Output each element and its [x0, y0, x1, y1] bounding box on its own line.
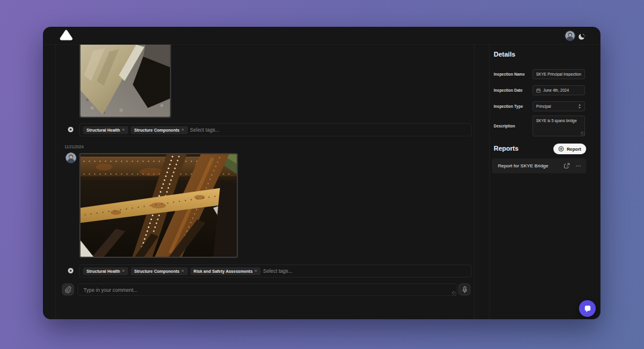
post-author-avatar[interactable]: [66, 152, 76, 163]
tag-chip[interactable]: Risk and Safety Assessments ×: [190, 267, 261, 275]
theme-toggle-moon-icon[interactable]: [578, 32, 586, 40]
inspection-type-select[interactable]: Principal: [532, 101, 585, 111]
create-report-label: Report: [566, 147, 581, 152]
post-select-radio-icon[interactable]: [68, 127, 73, 132]
calendar-icon: [536, 88, 541, 93]
tag-label: Structural Health: [86, 269, 120, 273]
remove-tag-icon[interactable]: ×: [181, 269, 184, 273]
select-spinner-icon: [578, 104, 581, 109]
post-photo-concrete-abutment[interactable]: [79, 45, 171, 118]
tag-label: Structural Health: [86, 128, 120, 132]
microphone-icon: [462, 286, 468, 294]
create-report-button[interactable]: Report: [553, 144, 586, 154]
inspection-name-input[interactable]: [536, 72, 581, 76]
tag-chip[interactable]: Structural Health ×: [83, 267, 128, 275]
desktop-background: Structural Health × Structure Components…: [0, 0, 644, 349]
description-field[interactable]: SKYE is 5 spans bridge: [532, 116, 585, 136]
app-logo-icon[interactable]: [60, 30, 73, 41]
attach-file-button[interactable]: [62, 283, 74, 295]
comment-input[interactable]: [78, 283, 457, 296]
description-resize-handle[interactable]: [581, 132, 585, 136]
inspection-type-label: Inspection Type: [494, 101, 531, 111]
remove-tag-icon[interactable]: ×: [255, 269, 258, 273]
tag-select-input[interactable]: [190, 127, 468, 133]
post-timestamp: 11/21/2024: [64, 145, 83, 149]
voice-record-button[interactable]: [459, 283, 470, 295]
sidebar-divider: [489, 45, 490, 319]
app-header: [43, 27, 600, 45]
feed-left-divider: [55, 45, 56, 319]
chat-bubble-icon: [583, 304, 592, 313]
tag-row: Structural Health × Structure Components…: [79, 264, 472, 278]
feed-right-divider: [474, 45, 475, 319]
tag-chip[interactable]: Structure Components ×: [131, 126, 188, 134]
comment-resize-handle[interactable]: [452, 291, 456, 295]
app-window: Structural Health × Structure Components…: [43, 27, 600, 319]
open-report-external-link-icon[interactable]: [564, 163, 570, 169]
inspection-date-value: June 4th, 2024: [543, 88, 569, 92]
tag-select-input[interactable]: [263, 268, 468, 274]
tag-chip[interactable]: Structure Components ×: [131, 267, 188, 275]
plus-circle-icon: [558, 146, 564, 152]
post-photo-steel-girders[interactable]: [79, 153, 238, 258]
inspection-name-label: Inspection Name: [494, 69, 531, 79]
tag-row: Structural Health × Structure Components…: [79, 123, 472, 136]
remove-tag-icon[interactable]: ×: [122, 128, 125, 132]
report-more-options-icon[interactable]: ⋯: [575, 164, 581, 169]
remove-tag-icon[interactable]: ×: [181, 128, 184, 132]
paperclip-icon: [64, 286, 72, 293]
reports-title: Reports: [494, 145, 519, 152]
inspection-type-value: Principal: [536, 104, 551, 108]
details-title: Details: [494, 51, 515, 58]
description-textarea[interactable]: SKYE is 5 spans bridge: [536, 119, 581, 134]
chat-assistant-button[interactable]: [579, 300, 596, 317]
tag-label: Risk and Safety Assessments: [194, 269, 253, 273]
tag-chip[interactable]: Structural Health ×: [83, 126, 128, 134]
inspection-date-field[interactable]: June 4th, 2024: [532, 85, 585, 95]
user-avatar[interactable]: [565, 31, 575, 40]
description-label: Description: [494, 121, 531, 131]
report-name: Report for SKYE Bridge: [498, 163, 564, 169]
inspection-name-field[interactable]: [532, 69, 585, 79]
post-select-radio-icon[interactable]: [68, 268, 73, 273]
tag-label: Structure Components: [134, 128, 179, 132]
report-list-item[interactable]: Report for SKYE Bridge ⋯: [492, 158, 586, 173]
tag-label: Structure Components: [134, 269, 179, 273]
remove-tag-icon[interactable]: ×: [122, 269, 125, 273]
inspection-date-label: Inspection Date: [494, 85, 531, 95]
